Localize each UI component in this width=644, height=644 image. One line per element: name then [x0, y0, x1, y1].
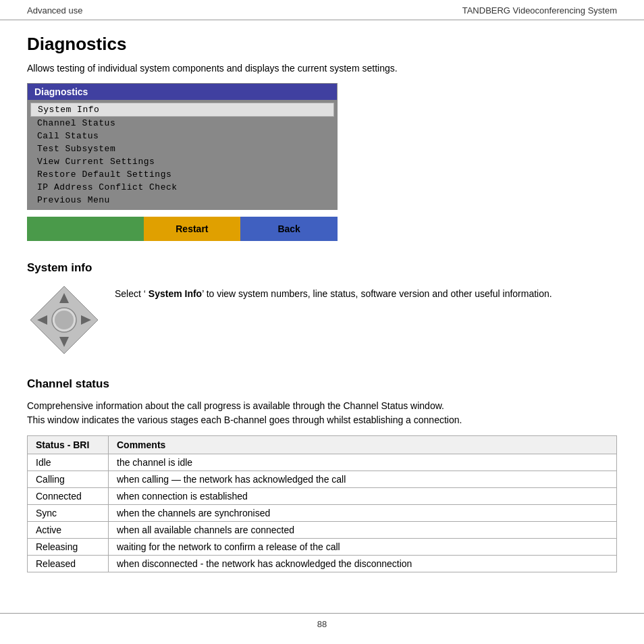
- status-cell: Idle: [28, 454, 109, 471]
- status-cell: Sync: [28, 505, 109, 522]
- table-row: Syncwhen the channels are synchronised: [28, 505, 617, 522]
- menu-item[interactable]: Restore Default Settings: [28, 168, 337, 181]
- channel-status-section: Channel status Comprehensive information…: [27, 377, 617, 572]
- page-number: 88: [317, 619, 327, 629]
- channel-status-heading: Channel status: [27, 377, 617, 391]
- status-cell: Calling: [28, 471, 109, 488]
- header-section: Advanced use: [27, 5, 82, 16]
- menu-items-list: System InfoChannel StatusCall StatusTest…: [28, 100, 337, 209]
- table-row: Releasedwhen disconnected - the network …: [28, 556, 617, 572]
- comment-cell: when connection is established: [109, 488, 617, 505]
- bri-table: Status - BRI Comments Idlethe channel is…: [27, 435, 617, 572]
- dpad-icon: [27, 283, 101, 357]
- system-info-content: Select ‘ System Info’ to view system num…: [27, 283, 617, 357]
- status-cell: Released: [28, 556, 109, 572]
- menu-item[interactable]: Call Status: [28, 130, 337, 142]
- svg-point-6: [55, 311, 74, 329]
- menu-item[interactable]: Previous Menu: [28, 194, 337, 207]
- system-info-heading: System info: [27, 261, 617, 275]
- diagnostics-menu: Diagnostics System InfoChannel StatusCal…: [27, 83, 338, 210]
- menu-header: Diagnostics: [28, 84, 337, 100]
- page-title: Diagnostics: [27, 34, 617, 55]
- menu-item[interactable]: View Current Settings: [28, 155, 337, 168]
- system-info-bold: System Info: [149, 288, 202, 299]
- table-header-row: Status - BRI Comments: [28, 436, 617, 454]
- status-cell: Active: [28, 522, 109, 539]
- table-row: Callingwhen calling — the network has ac…: [28, 471, 617, 488]
- status-cell: Releasing: [28, 539, 109, 556]
- table-row: Connectedwhen connection is established: [28, 488, 617, 505]
- page-header: Advanced use TANDBERG Videoconferencing …: [0, 0, 644, 20]
- page-footer: 88: [0, 613, 644, 635]
- bri-table-body: Idlethe channel is idleCallingwhen calli…: [28, 454, 617, 572]
- menu-item[interactable]: IP Address Conflict Check: [28, 181, 337, 194]
- menu-item[interactable]: Channel Status: [28, 117, 337, 130]
- back-button[interactable]: Back: [240, 217, 338, 241]
- comment-cell: when all available channels are connecte…: [109, 522, 617, 539]
- comment-cell: when calling — the network has acknowled…: [109, 471, 617, 488]
- system-info-text: Select ‘ System Info’ to view system num…: [115, 283, 552, 301]
- comment-cell: waiting for the network to confirm a rel…: [109, 539, 617, 556]
- table-row: Activewhen all available channels are co…: [28, 522, 617, 539]
- system-info-section: System info: [27, 261, 617, 357]
- col-status: Status - BRI: [28, 436, 109, 454]
- restart-button[interactable]: Restart: [144, 217, 241, 241]
- menu-item[interactable]: Test Subsystem: [28, 142, 337, 155]
- green-button: [27, 217, 144, 241]
- comment-cell: when disconnected - the network has ackn…: [109, 556, 617, 572]
- page-description: Allows testing of individual system comp…: [27, 63, 617, 74]
- table-row: Releasingwaiting for the network to conf…: [28, 539, 617, 556]
- comment-cell: when the channels are synchronised: [109, 505, 617, 522]
- table-row: Idlethe channel is idle: [28, 454, 617, 471]
- status-cell: Connected: [28, 488, 109, 505]
- channel-desc-1: Comprehensive information about the call…: [27, 399, 617, 427]
- comment-cell: the channel is idle: [109, 454, 617, 471]
- page-content: Diagnostics Allows testing of individual…: [0, 20, 644, 606]
- col-comments: Comments: [109, 436, 617, 454]
- button-bar: Restart Back: [27, 217, 338, 241]
- header-system: TANDBERG Videoconferencing System: [462, 5, 617, 16]
- menu-item[interactable]: System Info: [30, 103, 334, 117]
